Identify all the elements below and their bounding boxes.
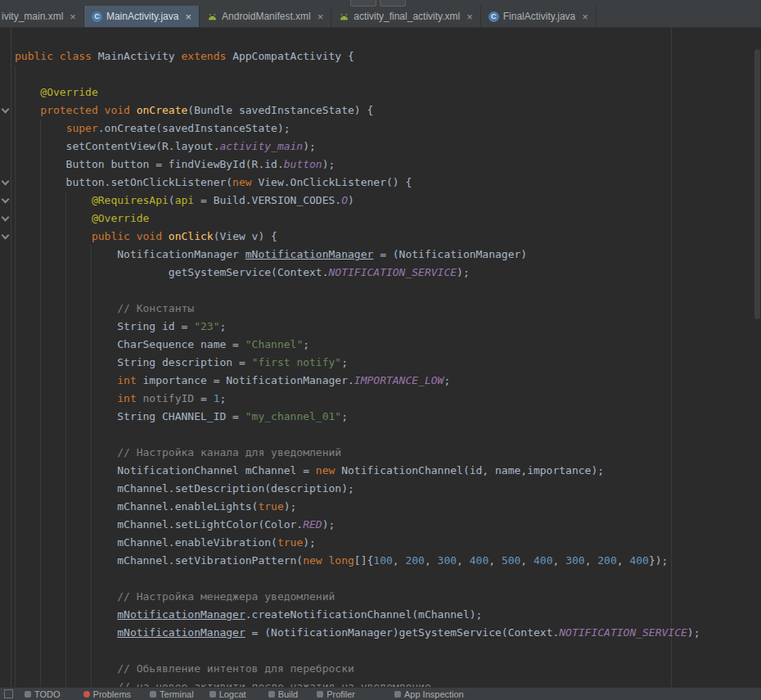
code-line: // Константы [15,300,761,318]
code-line: mNotificationManager = (NotificationMana… [15,624,761,642]
statusbar-item-label: Problems [93,689,131,699]
code-line: int notifyID = 1; [15,390,761,408]
code-editor[interactable]: public class MainActivity extends AppCom… [11,28,761,687]
statusbar-item-terminal[interactable]: Terminal [150,689,194,699]
code-line [15,570,761,588]
editor-pane[interactable]: public class MainActivity extends AppCom… [0,28,761,687]
statusbar-item-todo[interactable]: TODO [25,689,61,699]
editor-tab-mainactivity-java[interactable]: CMainActivity.java× [84,6,200,27]
tab-label: FinalActivity.java [503,11,575,22]
statusbar-item-app-inspection[interactable]: App Inspection [394,689,464,699]
tab-close-icon[interactable]: × [582,11,588,22]
editor-tab-finalactivity-java[interactable]: CFinalActivity.java× [481,6,597,27]
tab-close-icon[interactable]: × [70,11,76,22]
code-line: Button button = findViewById(R.id.button… [15,156,761,174]
tool-window-bar: TODOProblemsTerminalLogcatBuildProfilerA… [0,687,761,700]
code-line: NotificationChannel mChannel = new Notif… [15,462,761,480]
tab-close-icon[interactable]: × [466,11,473,22]
android-file-icon [339,11,349,21]
class-file-icon: C [489,11,499,22]
code-line: setContentView(R.layout.activity_main); [15,138,761,156]
build-icon [268,691,275,698]
fold-marker-icon[interactable] [2,196,10,204]
tool-window-tabs: TODOProblemsTerminalLogcatBuildProfilerA… [25,689,464,699]
problems-icon [83,691,90,698]
tab-close-icon[interactable]: × [317,11,324,22]
code-line: NotificationManager mNotificationManager… [15,246,761,264]
tab-label: MainActivity.java [106,11,178,22]
code-line: // Настройка канала для уведомлений [15,444,761,462]
code-line: // Обьявление интентов для переброски [15,660,761,678]
code-line: mNotificationManager.createNotificationC… [15,606,761,624]
fold-marker-icon[interactable] [2,232,10,240]
code-line: button.setOnClickListener(new View.OnCli… [15,174,761,192]
code-line: super.onCreate(savedInstanceState); [15,120,761,138]
code-line: String description = "first notify"; [15,354,761,372]
editor-scrollbar[interactable] [754,28,761,687]
statusbar-item-logcat[interactable]: Logcat [209,689,246,699]
code-line: mChannel.setLightColor(Color.RED); [15,516,761,534]
android-file-icon [207,11,218,21]
code-line: @RequiresApi(api = Build.VERSION_CODES.O… [15,192,761,210]
code-line: CharSequence name = "Channel"; [15,336,761,354]
code-line: int importance = NotificationManager.IMP… [15,372,761,390]
statusbar-item-build[interactable]: Build [268,689,298,699]
fold-marker-icon[interactable] [2,106,10,114]
statusbar-item-label: TODO [34,689,61,699]
statusbar-item-label: Logcat [219,689,246,699]
statusbar-item-label: Terminal [160,689,194,699]
inspection-icon [394,691,401,698]
code-line: public void onClick(View v) { [15,228,761,246]
code-line: // на новое активити после нажатия на ув… [15,678,761,687]
tab-label: activity_final_activity.xml [353,11,460,22]
code-line: protected void onCreate(Bundle savedInst… [15,102,761,120]
code-line [15,642,761,660]
ide-window: ivity_main.xml×CMainActivity.java×Androi… [0,0,761,700]
class-file-icon: C [92,11,102,22]
statusbar-item-profiler[interactable]: Profiler [317,689,355,699]
header-bar: ivity_main.xml×CMainActivity.java×Androi… [0,0,761,28]
code-line: mChannel.enableLights(true); [15,498,761,516]
editor-tab-bar: ivity_main.xml×CMainActivity.java×Androi… [0,6,761,28]
code-line: public class MainActivity extends AppCom… [15,47,761,65]
terminal-icon [150,691,156,698]
code-line: @Override [15,210,761,228]
code-line [15,426,761,444]
logcat-icon [209,691,216,698]
statusbar-item-label: Build [278,689,298,699]
code-line: // Настройка менеджера уведомлений [15,588,761,606]
editor-tab-androidmanifest-xml[interactable]: AndroidManifest.xml× [200,6,331,27]
statusbar-item-label: Profiler [326,689,355,699]
code-line: @Override [15,84,761,102]
code-line: mChannel.setDescription(description); [15,480,761,498]
tab-close-icon[interactable]: × [185,11,191,22]
editor-gutter [0,28,11,687]
tab-label: ivity_main.xml [2,11,63,22]
editor-tab-activity-final-activity-xml[interactable]: activity_final_activity.xml× [331,6,480,27]
statusbar-item-label: App Inspection [404,689,464,699]
statusbar-item-problems[interactable]: Problems [83,689,131,699]
code-line: String CHANNEL_ID = "my_channel_01"; [15,408,761,426]
code-line: getSystemService(Context.NOTIFICATION_SE… [15,264,761,282]
profiler-icon [317,691,323,698]
fold-marker-icon[interactable] [2,214,10,222]
code-line: String id = "23"; [15,318,761,336]
tool-window-toggle-icon[interactable] [4,689,13,698]
code-line [15,65,761,84]
todo-icon [25,691,31,698]
code-line: mChannel.enableVibration(true); [15,534,761,552]
tab-label: AndroidManifest.xml [222,11,311,22]
code-line: mChannel.setVibrationPattern(new long[]{… [15,552,761,570]
code-line [15,282,761,300]
scrollbar-thumb[interactable] [754,49,760,319]
editor-tab-ivity-main-xml[interactable]: ivity_main.xml× [0,6,84,27]
fold-marker-icon[interactable] [2,178,10,186]
